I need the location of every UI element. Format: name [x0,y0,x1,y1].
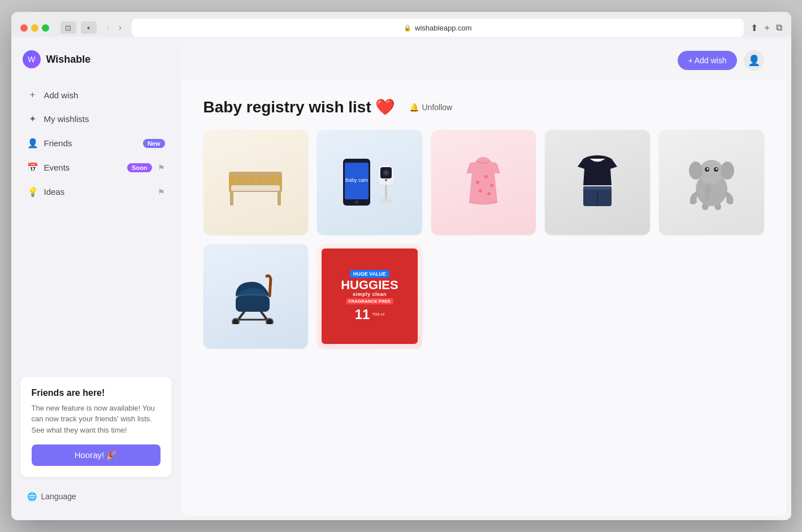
sidebar-item-label: Ideas [44,187,152,197]
user-icon: 👤 [748,54,760,67]
unfollow-button[interactable]: 🔔 Unfollow [404,99,458,115]
huggies-counts: 11 704 ct [355,307,385,322]
sidebar-toggle-button[interactable]: ⊡ [60,21,76,34]
svg-point-29 [487,192,491,195]
friends-card-description: The new feature is now available! You ca… [32,403,161,436]
logo-text: Wishable [46,54,91,66]
dress-illustration [458,154,509,211]
huggies-count: 11 [355,307,370,322]
pin-icon: ⚑ [158,163,165,172]
svg-point-39 [706,168,708,170]
main-content: + Add wish 👤 Baby registry wish list ❤️ … [181,41,787,516]
svg-rect-19 [385,184,387,199]
sidebar-item-add-wish[interactable]: + Add wish [20,84,172,106]
svg-rect-32 [583,186,612,190]
svg-point-23 [384,171,388,175]
wish-card-elephant[interactable] [659,130,764,235]
svg-point-28 [479,189,482,193]
sidebar-logo: W Wishable [20,50,172,68]
friends-icon: 👤 [27,138,38,149]
share-icon[interactable]: ⬆ [751,23,758,33]
my-wishlists-icon: ✦ [27,114,38,124]
wish-card-monitor[interactable]: Baby cam [317,130,422,235]
huge-value-badge: HUGE VALUE [350,270,389,278]
wish-card-huggies[interactable]: HUGE VALUE HUGGIES simply clean FRAGRANC… [317,244,422,349]
traffic-lights [20,24,49,32]
sidebar-item-ideas[interactable]: 💡 Ideas ⚑ [20,181,172,203]
hooray-button[interactable]: Hooray! 🎉 [32,444,161,466]
svg-rect-10 [229,172,282,176]
svg-rect-0 [230,191,233,206]
svg-point-17 [355,200,358,204]
events-icon: 📅 [27,162,38,173]
close-button[interactable] [20,24,28,32]
wish-card-stroller[interactable] [203,244,309,349]
svg-point-35 [689,162,703,180]
svg-point-26 [484,175,488,178]
address-bar[interactable]: 🔒 wishableapp.com [132,19,743,37]
wish-card-dress[interactable] [431,130,536,235]
friends-card: Friends are here! The new feature is now… [20,377,172,478]
wish-card-crib[interactable] [203,130,309,235]
logo-icon: W [23,50,41,68]
add-wish-button[interactable]: + Add wish [678,51,736,70]
friends-card-title: Friends are here! [32,388,161,398]
page-title-row: Baby registry wish list ❤️ 🔔 Unfollow [203,98,764,116]
svg-point-40 [716,168,717,170]
sidebar-item-label: My wishlists [44,114,165,124]
forward-button[interactable]: › [115,21,125,34]
main-inner: Baby registry wish list ❤️ 🔔 Unfollow [181,80,787,376]
new-tab-icon[interactable]: ＋ [762,22,771,34]
sidebar-item-friends[interactable]: 👤 Friends New [20,132,172,154]
svg-point-24 [385,179,387,181]
bell-icon: 🔔 [409,103,419,112]
monitor-phone-illustration: Baby cam [343,158,371,206]
crib-illustration [224,157,287,208]
browser-chrome: ⊡ ▾ ‹ › 🔒 wishableapp.com ⬆ ＋ ⧉ [11,12,791,37]
svg-rect-12 [231,185,280,191]
browser-controls: ⊡ ▾ [60,21,97,34]
sidebar-item-label: Add wish [44,90,165,100]
header-actions: + Add wish 👤 [678,50,764,71]
sidebar-nav: + Add wish ✦ My wishlists 👤 Friends New … [20,84,172,203]
huggies-label: HUGE VALUE HUGGIES simply clean FRAGRANC… [322,248,418,345]
sidebar-item-label: Events [44,163,122,172]
wish-grid-row2: HUGE VALUE HUGGIES simply clean FRAGRANC… [203,244,764,349]
wish-card-outfit[interactable] [545,130,650,235]
svg-point-36 [721,162,734,180]
back-button[interactable]: ‹ [103,21,113,34]
language-icon: 🌐 [27,492,37,501]
huggies-tagline: FRAGRANCE FREE [346,298,394,304]
huggies-total: 704 ct [372,312,384,317]
svg-point-45 [232,319,239,324]
svg-text:Baby cam: Baby cam [345,177,368,183]
app-container: W Wishable + Add wish ✦ My wishlists 👤 F… [11,37,791,520]
browser-window: ⊡ ▾ ‹ › 🔒 wishableapp.com ⬆ ＋ ⧉ W Wish [11,12,791,520]
monitor-device-illustration [375,161,397,203]
maximize-button[interactable] [42,24,49,32]
lock-icon: 🔒 [404,24,411,32]
sidebar-toggle-chevron[interactable]: ▾ [81,21,97,34]
language-label: Language [41,492,76,501]
svg-point-25 [476,181,479,184]
sidebar-item-events[interactable]: 📅 Events Soon ⚑ [20,156,172,178]
browser-actions: ⬆ ＋ ⧉ [751,22,782,34]
sidebar-item-my-wishlists[interactable]: ✦ My wishlists [20,108,172,130]
wish-grid-row1: Baby cam [203,130,764,235]
unfollow-label: Unfollow [422,103,453,112]
svg-rect-1 [278,191,281,206]
tabs-overview-icon[interactable]: ⧉ [776,23,782,33]
browser-titlebar: ⊡ ▾ ‹ › 🔒 wishableapp.com ⬆ ＋ ⧉ [20,19,782,37]
user-avatar-button[interactable]: 👤 [744,50,764,71]
pin-icon: ⚑ [158,187,165,197]
svg-point-27 [490,184,493,187]
language-selector[interactable]: 🌐 Language [20,486,172,507]
outfit-illustration [572,154,623,211]
svg-point-46 [266,319,273,324]
huggies-brand: HUGGIES [341,279,398,291]
stroller-illustration [224,268,287,324]
huggies-product: HUGE VALUE HUGGIES simply clean FRAGRANC… [317,244,422,349]
minimize-button[interactable] [31,24,38,32]
huggies-type: simply clean [353,291,387,297]
add-wish-icon: + [27,90,38,100]
